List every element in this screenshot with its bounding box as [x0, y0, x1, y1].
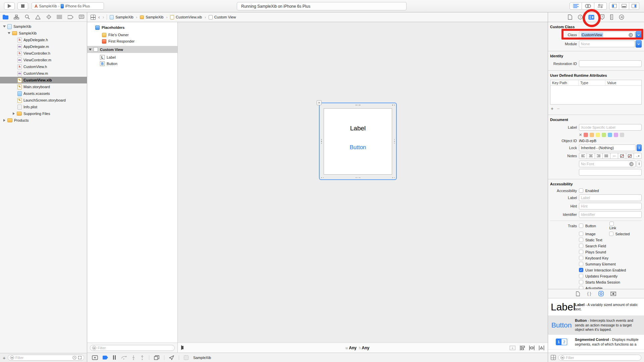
lock-popup[interactable]: Inherited - (Nothing): [579, 144, 636, 151]
notes-font-input[interactable]: [581, 162, 629, 166]
library-filter-input[interactable]: [566, 356, 639, 360]
add-attribute-button[interactable]: +: [551, 106, 553, 111]
align-left-button[interactable]: [579, 153, 587, 159]
resolve-autolayout-icon[interactable]: [539, 346, 544, 350]
step-over-button[interactable]: [121, 355, 127, 360]
align-justify-button[interactable]: [603, 153, 610, 159]
resize-handle[interactable]: [356, 105, 360, 106]
navigator-filter-field[interactable]: [8, 355, 84, 361]
grid-view-icon[interactable]: [551, 355, 556, 360]
scheme-selector[interactable]: A SampleXib › iPhone 6s Plus: [32, 2, 104, 10]
file-inspector-tab-icon[interactable]: [568, 14, 572, 20]
outline-first-responder[interactable]: First Responder: [87, 38, 177, 45]
resize-handle[interactable]: [356, 177, 360, 178]
green-swatch[interactable]: [602, 133, 606, 137]
pin-constraints-icon[interactable]: [529, 346, 535, 350]
trait-checkbox[interactable]: [609, 222, 614, 226]
trait-checkbox[interactable]: [579, 256, 583, 260]
outline-placeholders-header[interactable]: Placeholders: [87, 24, 177, 31]
no-text-button[interactable]: a: [626, 153, 634, 159]
file-row[interactable]: mViewController.m: [0, 57, 87, 63]
outline-button-item[interactable]: B Button: [87, 60, 177, 67]
run-button[interactable]: [4, 2, 15, 10]
gray-swatch[interactable]: [620, 133, 624, 137]
library-item-button-selected[interactable]: Button Button - Intercepts touch events …: [548, 316, 644, 335]
breadcrumb-object[interactable]: Custom View: [209, 15, 236, 19]
outline-filter-input[interactable]: [98, 346, 172, 350]
disclosure-triangle-icon[interactable]: [13, 112, 15, 115]
embed-in-stack-icon[interactable]: [509, 346, 516, 350]
library-item-label[interactable]: Label Label - A variably sized amount of…: [548, 299, 644, 316]
disclosure-triangle-icon[interactable]: [89, 49, 92, 51]
module-dropdown-button[interactable]: [636, 40, 642, 48]
file-row-project[interactable]: SampleXib: [0, 23, 87, 30]
trait-checkbox[interactable]: [579, 250, 583, 254]
disclosure-triangle-icon[interactable]: [3, 25, 6, 27]
file-row-selected[interactable]: ✎CustomView.xib: [0, 77, 87, 83]
file-row[interactable]: Info.plist: [0, 104, 87, 110]
view-debugger-button[interactable]: [154, 355, 159, 360]
step-into-button[interactable]: [131, 355, 136, 360]
toggle-debug-area-button[interactable]: [619, 2, 629, 10]
stop-button[interactable]: [17, 2, 28, 10]
notes-font-field[interactable]: ➔: [579, 161, 636, 167]
disclosure-triangle-icon[interactable]: [8, 32, 10, 34]
test-navigator-tab-icon[interactable]: [46, 14, 51, 19]
trait-checkbox[interactable]: [579, 232, 583, 236]
trait-checkbox[interactable]: [609, 232, 613, 236]
file-row[interactable]: hCustomView.h: [0, 63, 87, 70]
toggle-inspector-button[interactable]: [629, 2, 639, 10]
ax-label-field[interactable]: [579, 194, 642, 201]
breadcrumb-project[interactable]: SampleXib: [110, 15, 133, 19]
runtime-attributes-table[interactable]: Key Path Type Value: [550, 80, 642, 105]
module-field[interactable]: [579, 41, 635, 47]
close-view-button[interactable]: ✕: [317, 100, 322, 105]
trait-checkbox[interactable]: [579, 274, 583, 278]
document-label-field[interactable]: [579, 124, 642, 131]
remove-attribute-button[interactable]: −: [557, 106, 559, 111]
outline-custom-view-selected[interactable]: Custom View: [87, 46, 177, 53]
custom-view-surface[interactable]: Label Button: [324, 108, 392, 175]
add-file-button[interactable]: +: [3, 355, 6, 361]
file-row[interactable]: Assets.xcassets: [0, 90, 87, 97]
ax-identifier-input[interactable]: [581, 213, 640, 217]
resize-handle[interactable]: [392, 177, 395, 178]
go-forward-button[interactable]: ›: [103, 14, 104, 20]
related-items-icon[interactable]: [91, 15, 96, 20]
media-library-icon[interactable]: [610, 292, 616, 296]
simulate-location-button[interactable]: [169, 355, 174, 360]
file-row[interactable]: hAppDelegate.h: [0, 37, 87, 43]
trait-checkbox[interactable]: [579, 286, 583, 289]
symbol-navigator-tab-icon[interactable]: [14, 15, 19, 19]
outline-filter-field[interactable]: [90, 345, 175, 351]
quick-help-inspector-tab-icon[interactable]: ?: [578, 14, 583, 20]
document-label-input[interactable]: [581, 125, 640, 129]
debug-navigator-tab-icon[interactable]: [57, 15, 62, 19]
align-right-button[interactable]: [595, 153, 603, 159]
font-picker-icon[interactable]: ➔: [629, 162, 634, 166]
breakpoints-toggle-button[interactable]: [103, 356, 108, 360]
file-row-group[interactable]: Products: [0, 117, 87, 124]
library-item-segmented-control[interactable]: 12 Segmented Control - Displays multiple…: [548, 335, 644, 350]
file-row[interactable]: mAppDelegate.m: [0, 43, 87, 50]
size-inspector-tab-icon[interactable]: [610, 14, 613, 20]
breadcrumb-file[interactable]: CustomView.xib: [170, 15, 202, 19]
navigator-filter-input[interactable]: [15, 356, 71, 360]
blue-swatch[interactable]: [608, 133, 612, 137]
toggle-navigator-button[interactable]: [609, 2, 619, 10]
selected-view-bounds[interactable]: Label Button ✕: [319, 103, 397, 180]
natural-align-button[interactable]: ---: [610, 153, 618, 159]
resize-handle[interactable]: [321, 139, 322, 144]
code-snippet-library-icon[interactable]: { }: [587, 291, 592, 296]
library-filter-field[interactable]: [558, 355, 641, 361]
outline-files-owner[interactable]: File's Owner: [87, 32, 177, 38]
canvas-label[interactable]: Label: [324, 125, 392, 132]
breadcrumb-group[interactable]: SampleXib: [140, 15, 163, 19]
ax-hint-input[interactable]: [581, 204, 640, 208]
connections-inspector-tab-icon[interactable]: [619, 14, 624, 20]
size-class-control[interactable]: w Any h Any: [345, 346, 369, 350]
font-size-stepper[interactable]: ▲▼: [637, 161, 642, 167]
go-back-button[interactable]: ‹: [98, 14, 100, 20]
trait-checkbox[interactable]: [579, 244, 583, 248]
attributes-inspector-tab-icon[interactable]: [600, 14, 604, 20]
